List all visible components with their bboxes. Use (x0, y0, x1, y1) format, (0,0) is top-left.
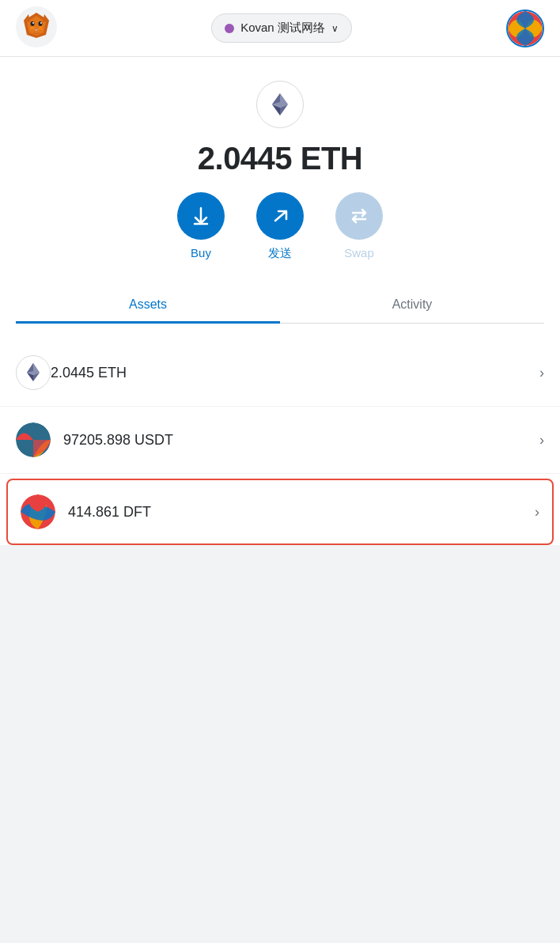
app-header: Kovan 测试网络 ∨ (0, 0, 560, 57)
usdt-chevron-right-icon: › (539, 432, 544, 449)
send-label: 发送 (268, 246, 292, 261)
tabs-bar: Assets Activity (16, 286, 544, 324)
eth-balance-display: 2.0445 ETH (198, 141, 362, 176)
asset-item-usdt[interactable]: 97205.898 USDT › (0, 407, 560, 474)
buy-action[interactable]: Buy (177, 192, 225, 261)
usdt-asset-balance: 97205.898 USDT (63, 432, 539, 449)
account-avatar[interactable] (506, 9, 544, 47)
tab-assets[interactable]: Assets (16, 286, 280, 323)
network-selector[interactable]: Kovan 测试网络 ∨ (211, 13, 352, 43)
asset-item-dft[interactable]: 414.861 DFT › (6, 479, 554, 545)
asset-item-eth[interactable]: 2.0445 ETH › (0, 339, 560, 407)
swap-label: Swap (344, 246, 374, 259)
buy-button[interactable] (177, 192, 225, 240)
main-content: 2.0445 ETH Buy 发送 (0, 57, 560, 545)
svg-point-8 (31, 21, 35, 26)
network-name: Kovan 测试网络 (240, 21, 325, 36)
eth-token-icon (16, 355, 51, 390)
asset-list: 2.0445 ETH › 97205.898 USDT › (0, 339, 560, 545)
send-action[interactable]: 发送 (256, 192, 304, 261)
eth-asset-balance: 2.0445 ETH (51, 365, 539, 381)
dft-asset-balance: 414.861 DFT (68, 504, 535, 521)
chevron-down-icon: ∨ (331, 23, 339, 34)
metamask-logo (16, 6, 57, 51)
usdt-token-icon (16, 422, 51, 457)
tab-activity[interactable]: Activity (280, 286, 544, 323)
eth-main-icon (256, 81, 304, 128)
swap-button[interactable] (335, 192, 383, 240)
svg-marker-22 (27, 363, 33, 373)
swap-action[interactable]: Swap (335, 192, 383, 261)
eth-chevron-right-icon: › (539, 365, 544, 381)
dft-chevron-right-icon: › (535, 504, 539, 521)
svg-marker-23 (33, 363, 40, 373)
svg-point-9 (39, 21, 43, 26)
dft-token-icon (21, 494, 55, 529)
send-button[interactable] (256, 192, 304, 240)
svg-point-10 (32, 22, 34, 24)
svg-point-11 (40, 22, 42, 24)
action-buttons-group: Buy 发送 Swap (177, 192, 383, 261)
balance-section: 2.0445 ETH Buy 发送 (0, 57, 560, 339)
network-status-dot (225, 24, 234, 33)
buy-label: Buy (191, 246, 211, 259)
